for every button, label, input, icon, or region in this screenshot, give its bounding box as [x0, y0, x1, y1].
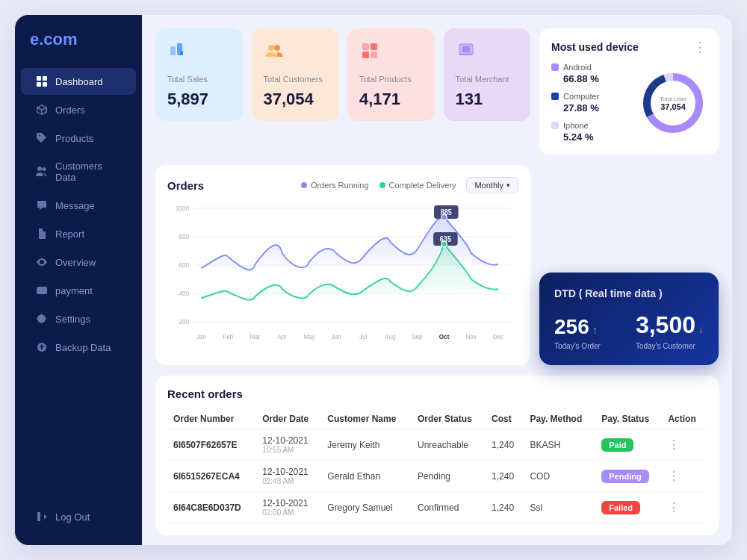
cell-order-num: 6I64C8E6D037D: [167, 492, 256, 523]
stat-value-customers: 37,054: [264, 90, 327, 109]
sidebar-label-settings: Settings: [55, 314, 90, 325]
cell-action[interactable]: ⋮: [662, 429, 707, 461]
svg-rect-2: [37, 82, 41, 87]
sidebar-item-dashboard[interactable]: Dashboard: [21, 68, 136, 95]
sidebar-label-overview: Overview: [55, 257, 96, 268]
device-item-android: Android 66.88 %: [551, 63, 633, 84]
svg-text:May: May: [303, 333, 315, 340]
backup-icon: [36, 341, 48, 353]
row-action-menu[interactable]: ⋮: [668, 501, 680, 514]
svg-point-10: [274, 45, 280, 51]
dtd-customer-label: Today's Customer: [636, 342, 704, 350]
dtd-panel: DTD ( Real time data ) 256 ↑ Today's Ord…: [539, 165, 719, 365]
legend-complete-delivery: Complete Delivery: [379, 181, 456, 190]
table-row: 6I6507F62657E 12-10-2021 10:55 AM Jeremy…: [167, 429, 707, 461]
stat-card-products: Total Products 4,171: [347, 28, 435, 121]
device-panel-title: Most used device: [551, 41, 639, 53]
svg-text:Jul: Jul: [359, 333, 367, 340]
device-item-iphone: Iphone 5.24 %: [551, 121, 633, 143]
stat-value-sales: 5,897: [167, 90, 231, 109]
svg-rect-14: [371, 52, 377, 58]
stats-row: Total Sales 5,897 Total Customers 37,054: [155, 28, 719, 155]
cell-order-date: 12-10-2021 10:55 AM: [256, 429, 321, 461]
svg-text:Dec: Dec: [493, 333, 504, 340]
cell-customer-name: Gregory Samuel: [321, 492, 412, 523]
dtd-customer-block: 3,500 ↓ Today's Customer: [636, 311, 704, 350]
sidebar-item-products[interactable]: Products: [21, 125, 136, 152]
svg-rect-1: [43, 76, 47, 81]
svg-text:Feb: Feb: [223, 333, 233, 340]
computer-label: Computer: [563, 92, 599, 101]
cell-customer-name: Jeremy Keith: [321, 429, 412, 461]
cell-order-status: Confirmed: [412, 492, 486, 523]
legend-dot-blue: [301, 182, 307, 188]
orders-panel: Recent orders Order Number Order Date Cu…: [155, 376, 719, 535]
sidebar-item-backup[interactable]: Backup Data: [21, 334, 136, 361]
cell-pay-method: COD: [524, 461, 595, 492]
device-panel: Most used device ⋮ Android 66.88 %: [539, 28, 719, 155]
stat-label-products: Total Products: [359, 75, 423, 84]
col-order-number: Order Number: [167, 409, 256, 429]
android-label: Android: [563, 63, 592, 72]
svg-point-9: [268, 45, 274, 51]
computer-dot: [551, 93, 559, 100]
logo-accent: e: [30, 30, 39, 49]
cell-order-status: Unreachable: [412, 429, 486, 461]
sidebar-item-overview[interactable]: Overview: [21, 249, 136, 276]
sidebar-item-payment[interactable]: payment: [21, 277, 136, 304]
sidebar-label-backup: Backup Data: [55, 342, 111, 353]
logout-button[interactable]: Log Out: [21, 503, 136, 530]
donut-chart: Total User 37,054: [639, 69, 707, 137]
cell-order-date: 12-10-2021 02:00 AM: [256, 492, 321, 523]
col-cost: Cost: [486, 409, 524, 429]
cell-order-date: 12-10-2021 02:48 AM: [256, 461, 321, 492]
cell-order-num: 6I6507F62657E: [167, 429, 256, 461]
iphone-dot: [551, 122, 559, 129]
stat-cards: Total Sales 5,897 Total Customers 37,054: [155, 28, 530, 121]
svg-text:1000: 1000: [176, 205, 189, 212]
dtd-order-value: 256: [554, 315, 589, 339]
logout-label: Log Out: [55, 511, 90, 523]
users-icon: [36, 166, 48, 178]
stat-card-customers: Total Customers 37,054: [252, 28, 339, 121]
svg-text:200: 200: [179, 318, 189, 326]
svg-text:Mar: Mar: [250, 333, 261, 340]
sidebar-label-products: Products: [55, 133, 93, 144]
iphone-label: Iphone: [563, 121, 589, 130]
row-action-menu[interactable]: ⋮: [668, 438, 680, 451]
svg-text:Apr: Apr: [277, 333, 287, 340]
sidebar-item-orders[interactable]: Orders: [21, 96, 136, 123]
android-dot: [551, 63, 559, 71]
more-options-icon[interactable]: ⋮: [693, 40, 707, 54]
legend-dot-green: [379, 182, 385, 188]
sidebar-label-payment: payment: [55, 285, 93, 296]
monthly-filter-label: Monthly: [474, 181, 503, 190]
grid-icon: [36, 75, 48, 87]
main-content: Total Sales 5,897 Total Customers 37,054: [142, 15, 732, 545]
table-row: 6I64C8E6D037D 12-10-2021 02:00 AM Gregor…: [167, 492, 707, 523]
sidebar-item-settings[interactable]: Settings: [21, 305, 136, 332]
sidebar-label-report: Report: [55, 228, 84, 240]
chart-title: Orders: [167, 179, 204, 192]
sidebar-label-dashboard: Dashboard: [55, 76, 103, 87]
cell-order-status: Pending: [412, 461, 486, 492]
dtd-title: DTD ( Real time data ): [554, 287, 704, 299]
cell-action[interactable]: ⋮: [662, 492, 707, 523]
svg-rect-6: [170, 46, 176, 55]
row-action-menu[interactable]: ⋮: [668, 470, 680, 482]
sidebar-item-report[interactable]: Report: [21, 220, 136, 247]
cell-action[interactable]: ⋮: [662, 461, 707, 492]
cell-cost: 1,240: [486, 492, 524, 523]
stat-value-merchant: 131: [456, 90, 519, 109]
svg-rect-13: [362, 52, 369, 58]
dtd-order-trend-icon: ↑: [592, 324, 598, 336]
products-icon: [359, 40, 423, 66]
monthly-filter-button[interactable]: Monthly ▾: [466, 177, 518, 193]
svg-point-46: [441, 214, 447, 220]
svg-point-49: [441, 241, 447, 247]
sidebar-item-customers[interactable]: Customers Data: [21, 153, 136, 190]
sidebar-item-message[interactable]: Message: [21, 192, 136, 219]
merchant-icon: [456, 40, 519, 66]
mid-row: Orders Orders Running Complete Delivery: [155, 165, 719, 365]
chart-panel: Orders Orders Running Complete Delivery: [155, 165, 530, 365]
